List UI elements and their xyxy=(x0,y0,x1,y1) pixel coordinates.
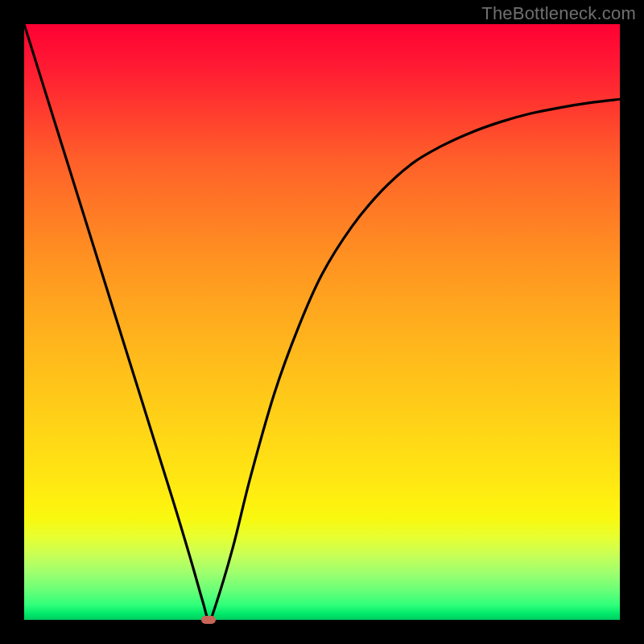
minimum-marker xyxy=(201,616,216,624)
bottleneck-curve xyxy=(24,24,620,620)
plot-area xyxy=(24,24,620,620)
curve-path xyxy=(24,24,620,620)
watermark-text: TheBottleneck.com xyxy=(481,3,636,24)
chart-frame: TheBottleneck.com xyxy=(0,0,644,644)
